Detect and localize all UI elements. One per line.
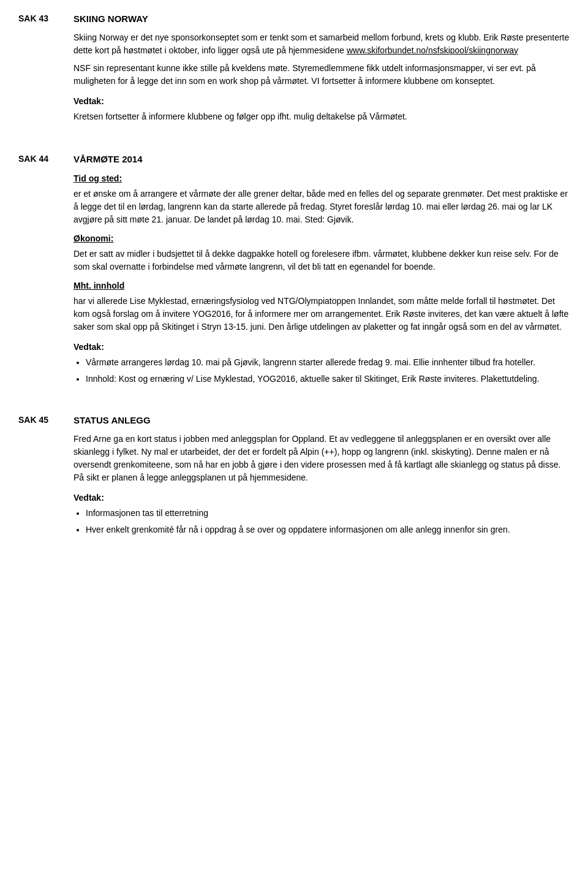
- sak45-label: SAK 45: [18, 414, 74, 540]
- sak43-title: SKIING NORWAY: [74, 12, 570, 26]
- sak45-vedtak-item2: Hver enkelt grenkomité får nå i oppdrag …: [86, 523, 570, 536]
- sak43-label: SAK 43: [18, 12, 74, 128]
- sak44-content: VÅRMØTE 2014 Tid og sted: er et ønske om…: [74, 153, 570, 390]
- sak45-para1: Fred Arne ga en kort status i jobben med…: [74, 433, 570, 484]
- sak45-vedtak-label: Vedtak:: [74, 492, 570, 504]
- sak43-content: SKIING NORWAY Skiing Norway er det nye s…: [74, 12, 570, 128]
- sak45-vedtak-list: Informasjonen tas til etterretning Hver …: [74, 507, 570, 536]
- sak44-vedtak-item1: Vårmøte arrangeres lørdag 10. mai på Gjø…: [86, 356, 570, 369]
- sak44-label: SAK 44: [18, 153, 74, 390]
- sak43-para1: Skiing Norway er det nye sponsorkonsepte…: [74, 31, 570, 57]
- sak45-vedtak-item1: Informasjonen tas til etterretning: [86, 507, 570, 520]
- sak44-vedtak-label: Vedtak:: [74, 341, 570, 354]
- sak45-content: STATUS ANLEGG Fred Arne ga en kort statu…: [74, 414, 570, 540]
- sak43-section: SAK 43 SKIING NORWAY Skiing Norway er de…: [18, 12, 570, 128]
- sak44-tidsted-label: Tid og sted:: [74, 172, 570, 185]
- sak43-para2: NSF sin representant kunne ikke stille p…: [74, 62, 570, 88]
- sak43-link[interactable]: www.skiforbundet.no/nsfskipool/skiingnor…: [347, 45, 518, 55]
- sak44-title: VÅRMØTE 2014: [74, 153, 570, 167]
- sak44-okonomi-label: Økonomi:: [74, 232, 570, 245]
- sak44-vedtak-list: Vårmøte arrangeres lørdag 10. mai på Gjø…: [74, 356, 570, 386]
- sak45-title: STATUS ANLEGG: [74, 414, 570, 428]
- sak43-vedtak-label: Vedtak:: [74, 95, 570, 108]
- sak43-vedtak-text: Kretsen fortsetter å informere klubbene …: [74, 110, 570, 123]
- sak44-innhold-text: har vi allerede Lise Myklestad, ernæring…: [74, 295, 570, 333]
- sak44-okonomi-text: Det er satt av midler i budsjettet til å…: [74, 248, 570, 273]
- sak44-innhold-label: Mht. innhold: [74, 279, 570, 292]
- sak44-vedtak-item2: Innhold: Kost og ernæring v/ Lise Mykles…: [86, 373, 570, 386]
- sak45-section: SAK 45 STATUS ANLEGG Fred Arne ga en kor…: [18, 414, 570, 540]
- sak44-tidsted-text: er et ønske om å arrangere et vårmøte de…: [74, 188, 570, 226]
- sak44-section: SAK 44 VÅRMØTE 2014 Tid og sted: er et ø…: [18, 153, 570, 390]
